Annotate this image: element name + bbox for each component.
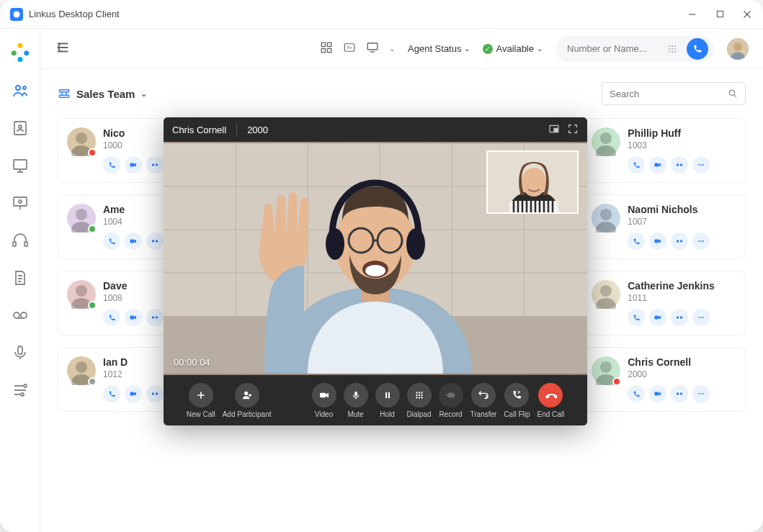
menu-toggle-icon[interactable] <box>55 40 71 58</box>
qr-icon[interactable] <box>320 41 333 57</box>
video-self-view[interactable] <box>486 150 579 214</box>
mute-button[interactable]: Mute <box>344 383 368 418</box>
transfer-button[interactable]: Transfer <box>470 383 497 418</box>
fn-icon[interactable]: Fn <box>343 41 356 57</box>
sidebar-voicemail-icon[interactable] <box>12 307 29 324</box>
dialpad-icon[interactable] <box>666 43 681 55</box>
contact-call-button[interactable] <box>103 156 120 173</box>
hold-button[interactable]: Hold <box>375 383 400 418</box>
contact-card[interactable]: Chris Cornell 2000 <box>582 347 746 412</box>
svg-rect-123 <box>554 128 558 131</box>
fullscreen-icon[interactable] <box>567 123 579 137</box>
svg-point-143 <box>418 392 419 393</box>
contact-chat-button[interactable] <box>146 233 164 250</box>
global-search-input[interactable] <box>567 43 661 54</box>
svg-point-16 <box>21 312 27 318</box>
contact-video-button[interactable] <box>649 309 666 326</box>
display-icon[interactable] <box>366 41 379 57</box>
svg-point-82 <box>600 285 612 297</box>
end-call-button[interactable]: End Call <box>537 383 565 418</box>
contact-more-button[interactable] <box>692 233 710 250</box>
svg-point-146 <box>418 394 419 395</box>
contact-video-button[interactable] <box>125 385 142 402</box>
add-participant-button[interactable]: Add Participant <box>223 383 272 418</box>
sidebar-headset-icon[interactable] <box>12 232 29 249</box>
close-button[interactable] <box>741 9 753 20</box>
contact-video-button[interactable] <box>125 156 142 173</box>
sidebar-mic-icon[interactable] <box>12 344 29 361</box>
contact-card[interactable]: Naomi Nichols 1007 <box>582 194 746 259</box>
contact-more-button[interactable] <box>692 385 710 402</box>
pip-toggle-icon[interactable] <box>548 123 560 137</box>
dial-button[interactable] <box>687 38 708 60</box>
contact-call-button[interactable] <box>103 385 120 402</box>
video-toggle-button[interactable]: Video <box>312 383 336 418</box>
contact-call-button[interactable] <box>628 233 645 250</box>
contact-video-button[interactable] <box>125 309 142 326</box>
svg-point-51 <box>596 145 616 156</box>
contact-call-button[interactable] <box>103 309 120 326</box>
team-selector[interactable]: Sales Team ⌄ <box>58 87 147 100</box>
team-search[interactable] <box>602 82 746 105</box>
svg-point-35 <box>674 50 676 52</box>
status-indicator <box>88 225 97 233</box>
search-icon <box>728 89 738 99</box>
contact-video-button[interactable] <box>649 385 666 402</box>
svg-rect-1 <box>717 11 723 17</box>
contact-video-button[interactable] <box>125 233 142 250</box>
contact-card[interactable]: Phillip Huff 1003 <box>582 118 746 183</box>
sidebar-settings-icon[interactable] <box>12 382 29 399</box>
svg-point-61 <box>152 240 155 243</box>
sidebar-directory-icon[interactable] <box>12 120 29 137</box>
sidebar-presentation-icon[interactable] <box>12 194 29 212</box>
contact-chat-button[interactable] <box>146 385 164 402</box>
call-flip-button[interactable]: Call Flip <box>504 383 530 418</box>
call-duration: 00:00:04 <box>174 357 210 368</box>
chevron-down-icon[interactable]: ⌄ <box>389 45 395 53</box>
contact-call-button[interactable] <box>628 156 645 173</box>
contact-video-button[interactable] <box>649 233 666 250</box>
svg-point-83 <box>596 298 616 309</box>
contact-call-button[interactable] <box>628 385 645 402</box>
svg-rect-39 <box>59 90 69 92</box>
svg-point-119 <box>698 393 700 395</box>
svg-point-67 <box>596 222 616 233</box>
contact-call-button[interactable] <box>103 233 120 250</box>
svg-point-69 <box>677 240 679 243</box>
sidebar-monitor-icon[interactable] <box>12 157 29 174</box>
svg-rect-138 <box>320 392 326 397</box>
contact-card[interactable]: Catherine Jenkins 1011 <box>582 271 746 335</box>
app-logo-icon <box>10 8 23 21</box>
maximize-button[interactable] <box>714 9 726 20</box>
contact-more-button[interactable] <box>692 156 710 173</box>
svg-rect-17 <box>18 346 22 354</box>
team-search-input[interactable] <box>610 89 722 99</box>
user-avatar[interactable] <box>727 38 749 60</box>
agent-status-dropdown[interactable]: Agent Status ⌄ <box>408 43 470 54</box>
dialpad-button[interactable]: Dialpad <box>407 383 432 418</box>
contact-more-button[interactable] <box>692 309 710 326</box>
contact-chat-button[interactable] <box>671 156 688 173</box>
contact-chat-button[interactable] <box>671 233 688 250</box>
svg-point-56 <box>700 164 702 166</box>
global-search[interactable] <box>555 36 714 62</box>
contact-extension: 2000 <box>628 369 736 379</box>
contact-chat-button[interactable] <box>671 309 688 326</box>
svg-point-31 <box>671 48 673 49</box>
availability-dropdown[interactable]: ✓ Available ⌄ <box>483 43 543 54</box>
contact-extension: 1011 <box>628 293 736 303</box>
sidebar-notes-icon[interactable] <box>12 269 29 287</box>
contact-chat-button[interactable] <box>146 156 164 173</box>
contact-call-button[interactable] <box>628 309 645 326</box>
svg-point-18 <box>24 384 27 387</box>
svg-point-118 <box>680 392 683 395</box>
contact-video-button[interactable] <box>649 156 666 173</box>
svg-point-45 <box>152 163 155 166</box>
contact-chat-button[interactable] <box>146 309 164 326</box>
svg-point-2 <box>17 43 22 48</box>
minimize-button[interactable] <box>687 9 698 20</box>
record-button[interactable]: Record <box>439 383 463 418</box>
sidebar-contacts-icon[interactable] <box>12 82 29 99</box>
new-call-button[interactable]: New Call <box>187 383 215 418</box>
contact-chat-button[interactable] <box>671 385 688 402</box>
